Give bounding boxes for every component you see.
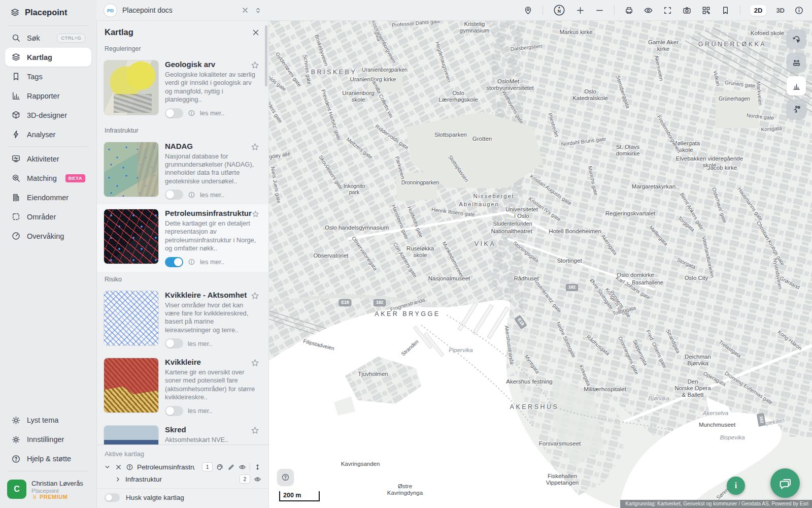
map-help-button[interactable] xyxy=(277,469,294,486)
edit-layer-icon xyxy=(227,463,235,471)
map-label: Kofoed skole xyxy=(751,30,785,37)
layer-card-nadag[interactable]: NADAGNasjonal database for grunnundersøk… xyxy=(96,137,268,205)
sidebar-item-hjelp-st-tte[interactable]: Hjelp & støtte xyxy=(5,450,91,468)
read-more-link[interactable]: les mer.. xyxy=(200,191,224,199)
map-label: AKER BRYGGE xyxy=(375,310,440,318)
layer-thumbnail xyxy=(104,358,159,413)
map-label: Dronningparken xyxy=(401,179,439,185)
active-layer-row[interactable]: Petroleumsinfrastruktur1 xyxy=(96,461,268,473)
statistics-button[interactable] xyxy=(787,76,806,96)
road-badge: 162 xyxy=(566,284,578,291)
mode-2d-button[interactable]: 2D xyxy=(750,5,767,16)
sidebar-item-rapporter[interactable]: Rapporter xyxy=(5,86,91,105)
bar-chart-icon xyxy=(792,81,801,91)
map-label: Kavringsanden xyxy=(341,461,380,467)
map-label: Kristelig gymnasium xyxy=(460,21,490,34)
read-more-link[interactable]: les mer.. xyxy=(188,407,212,415)
chat-fab-button[interactable] xyxy=(770,468,800,498)
panel-close-button[interactable] xyxy=(251,28,260,37)
map-label: Grünerhagen xyxy=(719,96,750,102)
sidebar-item-overv-king[interactable]: Overvåking xyxy=(5,227,91,245)
remember-layers-toggle[interactable] xyxy=(105,493,120,502)
star-icon[interactable] xyxy=(251,359,259,367)
star-icon[interactable] xyxy=(252,210,259,218)
sidebar-item-matching[interactable]: MatchingBETA xyxy=(5,169,91,187)
sidebar-item-3d-designer[interactable]: 3D-designer xyxy=(5,106,91,124)
panel-scrollbar[interactable] xyxy=(265,25,267,86)
rotate-select-button[interactable] xyxy=(787,29,806,49)
user-profile[interactable]: C Christian Løverås Placepoint PREMIUM xyxy=(0,473,96,508)
layer-toggle[interactable] xyxy=(165,189,183,200)
sidebar-item-label: Overvåking xyxy=(27,232,85,240)
sidebar-item-eiendommer[interactable]: Eiendommer xyxy=(5,188,91,207)
minus-icon xyxy=(595,6,604,15)
layer-toggle[interactable] xyxy=(165,338,183,348)
app-logo[interactable]: Placepoint xyxy=(0,0,96,23)
map-label: Jacob kirke xyxy=(707,165,737,171)
sidebar-item-s-k[interactable]: SøkCTRL+G xyxy=(5,28,91,47)
map-label: Rådhuset xyxy=(514,275,538,282)
locate-pin-button[interactable] xyxy=(523,6,533,15)
print-button[interactable] xyxy=(624,6,634,15)
sidebar-item-kartlag[interactable]: Kartlag xyxy=(5,48,91,67)
read-more-link[interactable]: les mer.. xyxy=(200,258,224,266)
sidebar-item-aktiviteter[interactable]: Aktiviteter xyxy=(5,149,91,168)
layer-card-geologisk-arv[interactable]: Geologisk arvGeologiske lokaliteter av s… xyxy=(96,55,268,123)
info-fab-button[interactable]: i xyxy=(727,477,745,495)
sidebar-item-label: Eiendommer xyxy=(27,194,85,202)
road-badge: E18 xyxy=(339,299,351,306)
mode-3d-button[interactable]: 3D xyxy=(776,7,785,14)
topbar-tools: N xyxy=(269,4,812,17)
visibility-button[interactable] xyxy=(644,6,653,15)
layer-toggle[interactable] xyxy=(165,108,183,118)
user-name: Christian Løverås xyxy=(31,480,83,488)
read-more-link[interactable]: les mer.. xyxy=(188,340,212,347)
layer-card-kvikkleire[interactable]: KvikkleireKartene gir en oversikt over s… xyxy=(96,353,268,421)
active-group-row[interactable]: Infrastruktur2 xyxy=(96,473,268,485)
map-label: Akerselva xyxy=(703,410,729,417)
star-icon[interactable] xyxy=(251,292,259,300)
info-icon xyxy=(794,6,804,15)
star-icon[interactable] xyxy=(251,426,259,435)
workspace-switcher-button[interactable] xyxy=(254,7,262,14)
zoom-out-button[interactable] xyxy=(595,6,604,15)
section-label: Infrastruktur xyxy=(96,123,268,137)
sidebar-item-innstillinger[interactable]: Innstillinger xyxy=(5,430,91,449)
map-canvas[interactable]: IndustrigataProfessor Dahls gateKristeli… xyxy=(269,20,812,508)
divider xyxy=(8,471,88,471)
map-label: VIKA xyxy=(475,240,496,247)
fullscreen-button[interactable] xyxy=(663,6,672,15)
measure-button[interactable] xyxy=(787,53,806,72)
bookmark-button[interactable] xyxy=(721,6,730,15)
layer-card-petroleumsinfrastruktur[interactable]: PetroleumsinfrastrukturDette kartlaget g… xyxy=(96,204,268,272)
layer-title: Geologisk arv xyxy=(165,60,215,69)
map-label: Munchmuseet xyxy=(699,422,735,428)
sidebar-item-omr-der[interactable]: Områder xyxy=(5,207,91,226)
sidebar-item-tags[interactable]: Tags xyxy=(5,67,91,86)
compass-button[interactable]: N xyxy=(553,4,566,17)
map-label: BRISKEBY xyxy=(311,69,357,76)
layer-toggle[interactable] xyxy=(165,406,183,416)
sidebar-item-label: Kartlag xyxy=(27,53,85,61)
workspace-close-button[interactable] xyxy=(241,6,249,14)
shortcut-hint: CTRL+G xyxy=(57,34,85,43)
layer-card-kvikkleire-aktsomhet[interactable]: Kvikkleire - AktsomhetViser områder hvor… xyxy=(96,286,268,354)
read-more-link[interactable]: les mer.. xyxy=(200,109,224,117)
screenshot-button[interactable] xyxy=(682,6,692,15)
travel-time-button[interactable] xyxy=(787,100,806,119)
star-icon[interactable] xyxy=(251,143,259,151)
map-label: Østre Kavringdynga xyxy=(387,483,423,496)
close-icon xyxy=(241,6,249,14)
sidebar-item-label: Rapporter xyxy=(27,92,85,100)
map-label: Gamle Aker kirke xyxy=(648,39,679,52)
layer-toggle[interactable] xyxy=(165,257,183,267)
search-icon xyxy=(11,33,21,43)
sidebar-item-analyser[interactable]: Analyser xyxy=(5,125,91,144)
map-info-button[interactable] xyxy=(794,6,804,15)
layer-info-icon xyxy=(188,109,195,117)
qr-button[interactable] xyxy=(701,6,711,15)
layer-description: Aktsomhetskart NVE.. xyxy=(165,436,259,444)
zoom-in-button[interactable] xyxy=(576,6,585,15)
star-icon[interactable] xyxy=(251,61,259,70)
sidebar-item-lyst-tema[interactable]: Lyst tema xyxy=(5,411,91,430)
